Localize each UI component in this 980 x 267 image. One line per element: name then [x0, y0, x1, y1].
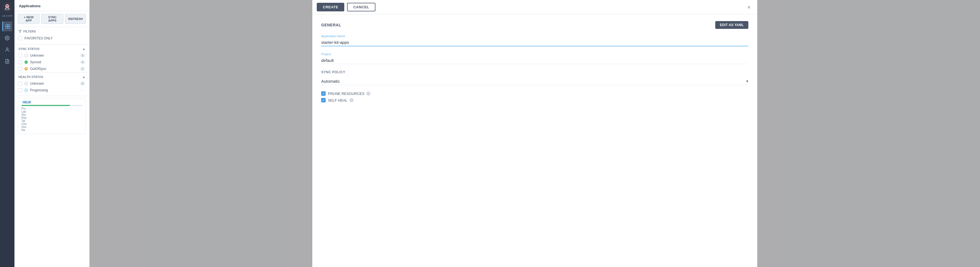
self-heal-info-icon: ? — [350, 98, 353, 102]
nav-item-user[interactable] — [2, 45, 12, 55]
modal-close-button[interactable]: × — [745, 3, 753, 11]
sync-status-section: SYNC STATUS ▲ — [14, 44, 89, 52]
project-label: Project — [321, 52, 748, 56]
svg-point-10 — [7, 38, 8, 39]
modal-overlay: CREATE CANCEL × GENERAL EDIT AS YAML App… — [89, 0, 980, 267]
app-name-group: Application Name — [321, 35, 748, 46]
new-app-button[interactable]: + NEW APP — [18, 14, 40, 24]
favorites-checkbox[interactable] — [18, 36, 22, 40]
health-progressing-count — [80, 90, 85, 90]
sync-unknown-count: 0 — [80, 54, 85, 57]
sidebar: Applications + NEW APP SYNC APPS REFRESH… — [14, 0, 89, 267]
sync-policy-group: SYNC POLICY Automatic ▾ — [321, 70, 748, 85]
sidebar-toolbar: + NEW APP SYNC APPS REFRESH — [14, 11, 89, 27]
svg-rect-9 — [8, 27, 10, 28]
app-card-partial: HELM Pro Lab Sta Rep Tar Cha Des Na — [18, 98, 86, 134]
health-progressing-row[interactable]: Progressing — [14, 87, 89, 93]
svg-point-15 — [26, 68, 27, 70]
app-name-label: Application Name — [321, 35, 748, 38]
app-name-input[interactable] — [321, 39, 748, 46]
svg-rect-6 — [6, 24, 8, 26]
prune-resources-row: PRUNE RESOURCES ? — [321, 91, 748, 96]
health-status-section: HEALTH STATUS ▲ — [14, 72, 89, 80]
health-status-collapse-icon[interactable]: ▲ — [82, 75, 85, 79]
health-unknown-checkbox[interactable] — [18, 82, 22, 85]
svg-point-3 — [6, 5, 9, 8]
favorites-filter-row[interactable]: FAVORITES ONLY — [18, 35, 85, 41]
sync-synced-label: Synced — [30, 60, 41, 64]
prune-resources-label: PRUNE RESOURCES — [328, 92, 364, 96]
sync-outofSync-count: 2 — [80, 67, 85, 71]
nav-logo — [2, 2, 12, 13]
cancel-button[interactable]: CANCEL — [347, 3, 375, 11]
prune-resources-checkbox[interactable] — [321, 91, 326, 96]
svg-point-11 — [6, 48, 8, 49]
app-list-preview: HELM Pro Lab Sta Rep Tar Cha Des Na — [14, 96, 89, 139]
sync-outofSync-checkbox[interactable] — [18, 67, 22, 71]
general-section-title: GENERAL — [321, 23, 341, 27]
modal-header: CREATE CANCEL × — [312, 0, 757, 14]
sync-unknown-label: Unknown — [30, 54, 44, 57]
health-unknown-label: Unknown — [30, 82, 44, 85]
svg-point-5 — [8, 5, 9, 6]
svg-rect-8 — [6, 27, 8, 28]
sync-apps-button[interactable]: SYNC APPS — [41, 14, 64, 24]
create-app-modal: CREATE CANCEL × GENERAL EDIT AS YAML App… — [312, 0, 757, 267]
health-unknown-dot: ? — [24, 82, 28, 85]
health-progressing-checkbox[interactable] — [18, 88, 22, 92]
sync-outofSync-row[interactable]: OutOfSync 2 — [14, 65, 89, 72]
sync-policy-chevron-icon: ▾ — [746, 79, 748, 84]
nav-item-docs[interactable] — [2, 56, 12, 66]
filters-label: FILTERS — [18, 30, 85, 33]
create-button[interactable]: CREATE — [317, 3, 344, 11]
svg-rect-7 — [8, 24, 10, 26]
main-content: CREATE CANCEL × GENERAL EDIT AS YAML App… — [89, 0, 980, 267]
project-input[interactable] — [321, 57, 748, 64]
self-heal-row: SELF HEAL ? — [321, 98, 748, 103]
self-heal-checkbox[interactable] — [321, 98, 326, 103]
sync-policy-value: Automatic — [321, 79, 340, 84]
app-card-rows: Pro Lab Sta Rep Tar Cha Des Na — [21, 107, 82, 131]
sync-unknown-checkbox[interactable] — [18, 54, 22, 57]
sync-policy-section-label: SYNC POLICY — [321, 70, 748, 74]
health-unknown-count: 0 — [80, 82, 85, 85]
sync-unknown-row[interactable]: Unknown 0 — [14, 52, 89, 59]
app-card-progress-fill — [21, 105, 70, 106]
sync-outofSync-dot — [24, 67, 28, 71]
svg-marker-14 — [19, 30, 21, 33]
health-unknown-row[interactable]: ? Unknown 0 — [14, 80, 89, 87]
sync-synced-count: 4 — [80, 60, 85, 64]
filters-section: FILTERS FAVORITES ONLY — [14, 27, 89, 44]
edit-yaml-button[interactable]: EDIT AS YAML — [715, 21, 748, 29]
refresh-button[interactable]: REFRESH — [65, 14, 86, 24]
nav-version: v2.3.1+b — [3, 14, 12, 17]
app-card-helm-badge: HELM — [21, 101, 32, 104]
sync-policy-select-row[interactable]: Automatic ▾ — [321, 77, 748, 85]
sync-unknown-dot — [24, 54, 28, 57]
sync-status-collapse-icon[interactable]: ▲ — [82, 47, 85, 51]
filter-icon — [18, 30, 22, 33]
general-section-header: GENERAL EDIT AS YAML — [321, 21, 748, 29]
svg-point-4 — [6, 5, 7, 6]
nav-bar: v2.3.1+b — [0, 0, 14, 267]
sync-synced-checkbox[interactable] — [18, 60, 22, 64]
app-card-progress-bar — [21, 105, 82, 106]
health-progressing-dot — [24, 88, 28, 92]
sync-outofSync-label: OutOfSync — [30, 67, 46, 71]
nav-item-apps[interactable] — [2, 21, 12, 32]
modal-body: GENERAL EDIT AS YAML Application Name Pr… — [312, 14, 757, 267]
prune-resources-info-icon: ? — [366, 92, 371, 95]
sync-synced-dot — [24, 60, 28, 64]
project-group: Project — [321, 52, 748, 64]
sync-synced-row[interactable]: Synced 4 — [14, 59, 89, 65]
nav-item-settings[interactable] — [2, 33, 12, 43]
self-heal-label: SELF HEAL — [328, 98, 347, 103]
sidebar-title: Applications — [14, 0, 89, 11]
svg-point-16 — [26, 90, 27, 91]
health-progressing-label: Progressing — [30, 88, 48, 92]
